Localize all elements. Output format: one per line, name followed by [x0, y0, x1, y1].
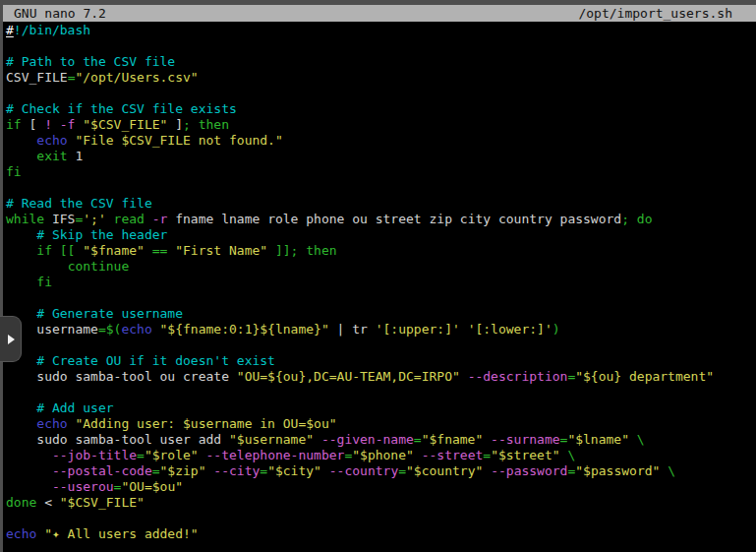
code-segment: fi — [36, 275, 52, 289]
code-segment: = — [260, 463, 267, 478]
code-segment: # Create OU if it doesn't exist — [36, 353, 275, 368]
terminal-window: GNU nano 7.2 /opt/import_users.sh #!/bin… — [0, 0, 756, 552]
code-line: # Add user — [6, 400, 756, 416]
code-segment: --city — [213, 463, 260, 478]
code-segment — [660, 463, 668, 478]
code-segment: --postal-code — [52, 463, 152, 478]
code-segment: | tr — [329, 322, 376, 337]
code-line: # Path to the CSV file — [6, 54, 756, 70]
code-segment: # — [6, 23, 14, 37]
code-segment — [199, 448, 206, 462]
code-segment: --description — [468, 369, 568, 384]
chevron-right-icon — [8, 335, 15, 344]
code-segment — [460, 322, 468, 337]
code-segment — [6, 149, 36, 163]
code-segment: read — [114, 212, 145, 226]
code-segment: if — [36, 243, 52, 258]
sidebar-collapse-handle[interactable] — [0, 316, 22, 362]
code-segment: --telephone-number — [206, 448, 345, 462]
code-segment — [6, 400, 36, 415]
code-line: username=$(echo "${fname:0:1}${lname}" |… — [6, 322, 756, 337]
code-line: echo "Adding user: $username in OU=$ou" — [6, 416, 756, 432]
code-segment: sudo samba-tool user add — [6, 432, 229, 447]
code-line: continue — [6, 259, 756, 275]
code-segment: --street — [422, 448, 484, 462]
code-segment: exit — [36, 149, 67, 163]
code-segment: echo — [36, 416, 67, 431]
code-segment: fi — [6, 164, 22, 179]
code-line — [6, 337, 756, 353]
code-segment — [191, 117, 199, 132]
code-segment — [267, 243, 275, 258]
code-segment: [[ — [60, 243, 76, 258]
code-segment — [483, 432, 491, 447]
code-segment: --surname — [491, 432, 559, 447]
code-segment — [460, 369, 468, 384]
code-segment — [6, 479, 52, 494]
code-line: fi — [6, 275, 756, 290]
code-line: --postal-code="$zip" --city="$city" --co… — [6, 463, 756, 479]
code-line — [6, 180, 756, 196]
code-line: # Create OU if it doesn't exist — [6, 353, 756, 369]
code-segment: "$CSV_FILE" — [83, 117, 167, 132]
code-segment: echo — [121, 322, 151, 337]
code-segment: "/opt/Users.csv" — [75, 70, 198, 85]
code-segment — [6, 227, 36, 242]
code-segment — [6, 259, 68, 274]
code-segment: # Path to the CSV file — [6, 54, 175, 69]
code-line: fi — [6, 164, 756, 180]
code-segment: ]]; — [275, 243, 298, 258]
code-segment: # Generate username — [36, 306, 183, 321]
code-segment — [145, 212, 152, 226]
code-segment: \ — [637, 432, 645, 447]
code-segment: --country — [329, 463, 398, 478]
code-line: sudo samba-tool user add "$username" --g… — [6, 432, 756, 448]
code-line: #!/bin/bash — [6, 23, 756, 38]
code-segment — [629, 212, 637, 226]
code-segment — [106, 212, 114, 226]
code-segment: 1 — [68, 149, 84, 163]
code-segment: = — [398, 463, 406, 478]
code-segment: continue — [68, 259, 130, 274]
code-line: sudo samba-tool ou create "OU=${ou},DC=A… — [6, 369, 756, 385]
code-segment: "$zip" — [160, 463, 206, 478]
code-segment — [6, 275, 36, 289]
code-line: if [[ "$fname" == "First Name" ]]; then — [6, 243, 756, 259]
code-segment: [ — [22, 117, 44, 132]
code-segment — [152, 322, 160, 337]
code-segment — [6, 243, 36, 258]
code-segment — [6, 133, 36, 148]
code-segment: # Read the CSV file — [6, 196, 152, 211]
code-segment: == — [152, 243, 168, 258]
code-line: echo "File $CSV_FILE not found." — [6, 133, 756, 149]
code-line: if [ ! -f "$CSV_FILE" ]; then — [6, 117, 756, 133]
code-segment: ) — [552, 322, 560, 337]
code-segment: if — [6, 117, 22, 132]
code-segment — [314, 432, 321, 447]
code-segment: = — [483, 448, 491, 462]
code-line: while IFS=';' read -r fname lname role p… — [6, 212, 756, 227]
nano-version: GNU nano 7.2 — [14, 6, 106, 21]
code-line — [6, 385, 756, 400]
code-segment: ! — [44, 117, 52, 132]
code-segment: "$fname" — [422, 432, 484, 447]
code-line — [6, 290, 756, 306]
code-line — [6, 38, 756, 54]
editor-area[interactable]: #!/bin/bash# Path to the CSV fileCSV_FIL… — [3, 22, 756, 552]
code-segment: "✦ All users added!" — [44, 526, 199, 541]
code-line: done < "$CSV_FILE" — [6, 495, 756, 511]
code-segment: ] — [167, 117, 183, 132]
code-segment: -r — [152, 212, 168, 226]
code-segment: do — [637, 212, 653, 226]
code-segment: \ — [668, 463, 675, 478]
code-segment: # Add user — [36, 400, 113, 415]
code-line: CSV_FILE="/opt/Users.csv" — [6, 70, 756, 86]
code-segment — [629, 432, 637, 447]
code-line: # Skip the header — [6, 227, 756, 243]
code-segment — [36, 526, 44, 541]
code-segment: "$street" — [491, 448, 559, 462]
code-segment: \ — [567, 448, 575, 462]
code-line: exit 1 — [6, 149, 756, 164]
code-segment — [414, 448, 422, 462]
code-segment: echo — [36, 133, 67, 148]
